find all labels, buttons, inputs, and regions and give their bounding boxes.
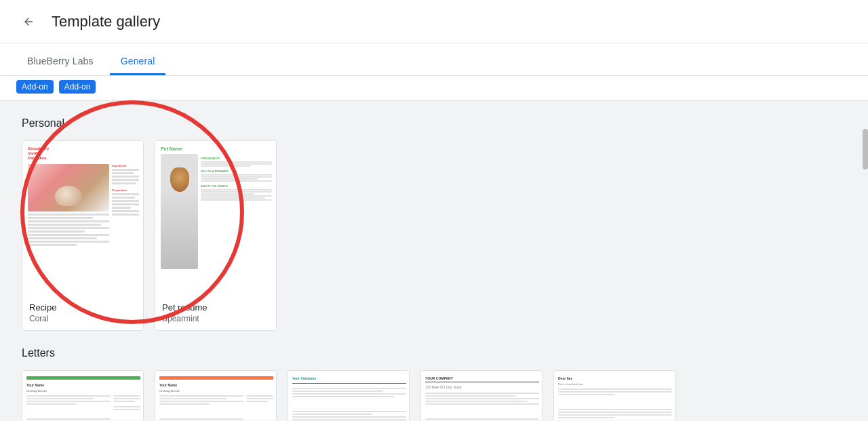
template-preview-letter-3: Your Company xyxy=(288,371,410,420)
template-card-letter-5[interactable]: Dear fan, First, a big thank you xyxy=(553,370,675,420)
template-label-recipe: Recipe Coral xyxy=(22,297,143,330)
section-personal-title: Personal xyxy=(22,117,846,129)
template-sub-pet-resume: Spearmint xyxy=(162,314,269,323)
content-area: Personal StrawberryVanillaPancakes xyxy=(0,101,868,420)
scrollbar-thumb[interactable] xyxy=(863,129,868,169)
tabs-row: BlueBerry Labs General xyxy=(0,43,868,76)
template-name-recipe: Recipe xyxy=(29,302,136,313)
back-button[interactable] xyxy=(16,9,41,34)
addon-badge-2[interactable]: Add-on xyxy=(59,80,96,94)
page-header: Template gallery xyxy=(0,0,868,43)
scrollbar[interactable] xyxy=(863,102,868,373)
section-letters-title: Letters xyxy=(22,347,846,359)
template-preview-letter-1: Your Name Greeting Director xyxy=(22,371,144,420)
template-card-letter-1[interactable]: Your Name Greeting Director xyxy=(22,370,144,420)
addon-badge-1[interactable]: Add-on xyxy=(16,80,54,94)
template-preview-pet-resume: Pet Name PERSONALITY BIO / I'M A DREAMER xyxy=(155,141,277,297)
template-card-letter-3[interactable]: Your Company xyxy=(288,370,410,420)
page-title: Template gallery xyxy=(52,13,160,31)
template-card-pet-resume[interactable]: Pet Name PERSONALITY BIO / I'M A DREAMER xyxy=(155,140,277,331)
template-label-pet-resume: Pet resume Spearmint xyxy=(155,297,276,330)
tab-blueberry[interactable]: BlueBerry Labs xyxy=(16,47,104,75)
template-card-letter-2[interactable]: Your Name Greeting Director xyxy=(155,370,277,420)
personal-templates-grid: StrawberryVanillaPancakes xyxy=(22,140,846,331)
template-card-recipe[interactable]: StrawberryVanillaPancakes xyxy=(22,140,144,331)
template-preview-recipe: StrawberryVanillaPancakes xyxy=(22,141,144,297)
template-preview-letter-5: Dear fan, First, a big thank you xyxy=(554,371,675,420)
template-preview-letter-4: YOUR COMPANY 123 Main St | City, State xyxy=(421,371,542,420)
template-name-pet-resume: Pet resume xyxy=(162,302,269,313)
addon-bar: Add-on Add-on xyxy=(0,76,868,101)
letters-templates-grid: Your Name Greeting Director xyxy=(22,370,846,420)
template-preview-letter-2: Your Name Greeting Director xyxy=(155,371,277,420)
tab-general[interactable]: General xyxy=(110,47,166,75)
template-sub-recipe: Coral xyxy=(29,314,136,323)
template-card-letter-4[interactable]: YOUR COMPANY 123 Main St | City, State xyxy=(420,370,542,420)
